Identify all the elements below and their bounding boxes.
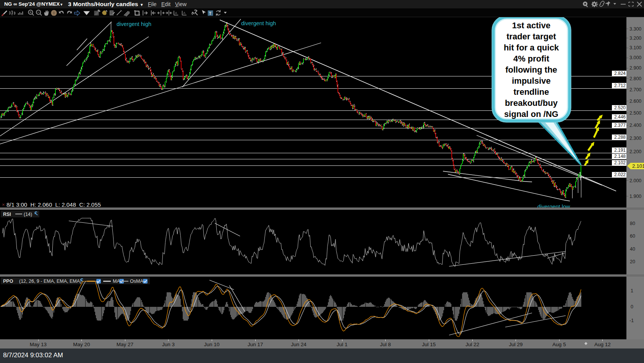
- svg-text:A: A: [175, 11, 177, 15]
- svg-text:2.377: 2.377: [614, 123, 626, 128]
- svg-text:2.800: 2.800: [629, 76, 641, 81]
- svg-text:Jun 10: Jun 10: [204, 342, 220, 347]
- svg-text:3.000: 3.000: [629, 55, 641, 60]
- svg-text:1: 1: [631, 288, 633, 293]
- svg-text:Jun 17: Jun 17: [248, 342, 263, 347]
- svg-text:-1: -1: [629, 318, 634, 323]
- svg-text:2.102: 2.102: [614, 160, 626, 165]
- svg-text:MA: MA: [113, 279, 120, 284]
- svg-text:60: 60: [630, 233, 635, 239]
- svg-text:signal on /NG: signal on /NG: [504, 109, 558, 119]
- svg-text:1.900: 1.900: [629, 194, 641, 199]
- svg-text:May 20: May 20: [73, 342, 90, 347]
- svg-text:2.300: 2.300: [629, 136, 641, 141]
- svg-text:Jun 3: Jun 3: [162, 342, 175, 347]
- svg-text:Jun 24: Jun 24: [291, 342, 307, 347]
- svg-text:Jul 29: Jul 29: [509, 342, 522, 347]
- svg-text:2.288: 2.288: [614, 135, 626, 140]
- svg-text:2.520: 2.520: [614, 105, 626, 110]
- svg-text:(12, 26, 9 - EMA, EMA, EMA): (12, 26, 9 - EMA, EMA, EMA): [19, 279, 81, 284]
- svg-text:impulsive: impulsive: [512, 76, 550, 86]
- svg-text:1st active: 1st active: [512, 21, 550, 30]
- svg-text:PPO: PPO: [3, 279, 13, 284]
- svg-text:Aug 5: Aug 5: [552, 342, 566, 347]
- svg-text:Jul 15: Jul 15: [422, 342, 436, 347]
- svg-text:40: 40: [630, 246, 635, 252]
- svg-text:divergent high: divergent high: [117, 21, 151, 27]
- svg-text:2.446: 2.446: [614, 114, 626, 120]
- svg-text:Aug 12: Aug 12: [594, 342, 611, 347]
- svg-text:3.100: 3.100: [629, 45, 641, 50]
- svg-text:0: 0: [631, 304, 633, 310]
- svg-text:3.200: 3.200: [629, 36, 641, 41]
- svg-text:following the: following the: [505, 65, 557, 75]
- svg-text:2.022: 2.022: [614, 172, 626, 177]
- svg-text:3.300: 3.300: [629, 26, 641, 32]
- svg-text:2.400: 2.400: [629, 123, 641, 128]
- svg-text:2.500: 2.500: [629, 110, 641, 116]
- svg-text:T: T: [209, 11, 212, 16]
- svg-text:2.191: 2.191: [614, 147, 626, 153]
- svg-text:2.900: 2.900: [629, 65, 641, 71]
- svg-text:4% profit: 4% profit: [513, 54, 550, 63]
- svg-text:divergent high: divergent high: [241, 20, 276, 26]
- svg-text:80: 80: [630, 221, 635, 226]
- svg-text:May 13: May 13: [30, 342, 47, 347]
- svg-text:RSI: RSI: [3, 212, 11, 217]
- svg-text:trader target: trader target: [506, 32, 556, 41]
- svg-text:May 27: May 27: [117, 342, 133, 347]
- svg-text:×: ×: [2, 202, 5, 207]
- svg-text:hit for a quick: hit for a quick: [504, 43, 559, 52]
- svg-text:8/1 3:00 H: 2.060 L: 2.048: 8/1 3:00 H: 2.060 L: 2.048 C: 2.055: [6, 201, 101, 208]
- svg-text:2.148: 2.148: [614, 154, 626, 159]
- svg-text:Jul 22: Jul 22: [466, 342, 479, 347]
- svg-text:20: 20: [630, 259, 635, 264]
- svg-text:2.712: 2.712: [614, 83, 626, 88]
- svg-text:2.200: 2.200: [629, 149, 641, 154]
- svg-text:2.700: 2.700: [629, 87, 641, 92]
- svg-text:2.824: 2.824: [614, 71, 626, 76]
- svg-text:trendline: trendline: [514, 87, 549, 97]
- svg-text:2.101: 2.101: [632, 163, 644, 169]
- svg-text:(14): (14): [24, 212, 32, 217]
- svg-text:OsMA: OsMA: [130, 279, 143, 284]
- svg-text:Jul 8: Jul 8: [380, 342, 391, 347]
- svg-text:2.600: 2.600: [629, 99, 641, 104]
- svg-text:A: A: [183, 11, 185, 15]
- svg-text:2.000: 2.000: [629, 178, 641, 183]
- svg-text:breakout/buy: breakout/buy: [505, 98, 558, 108]
- svg-text:Jul 1: Jul 1: [337, 342, 348, 347]
